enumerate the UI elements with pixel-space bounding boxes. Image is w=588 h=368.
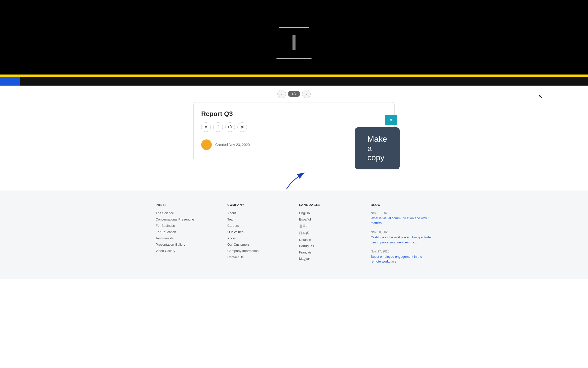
- footer-link-the-science[interactable]: The Science: [156, 211, 217, 215]
- footer-link-portugues[interactable]: Português: [299, 244, 361, 248]
- footer-link-deutsch[interactable]: Deutsch: [299, 238, 361, 242]
- blog-link-2[interactable]: Gratitude in the workplace: How gratitud…: [371, 235, 431, 244]
- footer-languages-title: LANGUAGES: [299, 203, 361, 207]
- footer-grid: PREZI The Science Conversational Present…: [156, 203, 432, 269]
- footer-link-team[interactable]: Team: [227, 217, 289, 221]
- footer-col-company: COMPANY About Team Careers Our Values Pr…: [227, 203, 289, 269]
- footer: PREZI The Science Conversational Present…: [0, 191, 588, 279]
- like-button[interactable]: ♥: [201, 122, 211, 132]
- footer-blog-title: BLOG: [371, 203, 432, 207]
- footer-col-languages: LANGUAGES English Español 한국어 日本語 Deutsc…: [299, 203, 361, 269]
- blog-link-1[interactable]: What is visual communication and why it …: [371, 216, 429, 225]
- footer-col-blog: BLOG Nov. 21, 2020 What is visual commun…: [371, 203, 432, 269]
- dark-bottom-bar: [0, 77, 588, 86]
- blog-entry-2: Nov. 20, 2020 Gratitude in the workplace…: [371, 230, 432, 244]
- footer-link-conversational[interactable]: Conversational Presenting: [156, 217, 217, 221]
- share-button[interactable]: ⤴: [213, 122, 223, 132]
- footer-link-japanese[interactable]: 日本語: [299, 231, 361, 235]
- make-copy-overlay: Make a copy: [355, 127, 400, 169]
- blog-entry-3: Nov. 17, 2020 Boost employee engagement …: [371, 250, 432, 264]
- next-slide-button[interactable]: ›: [302, 90, 311, 98]
- prev-slide-button[interactable]: ‹: [277, 90, 286, 98]
- make-copy-label: Make a copy: [367, 134, 387, 162]
- blog-date-2: Nov. 20, 2020: [371, 230, 432, 234]
- footer-link-testimonials[interactable]: Testimonials: [156, 236, 217, 240]
- footer-link-korean[interactable]: 한국어: [299, 224, 361, 228]
- blue-progress-bar: [0, 77, 20, 86]
- presentation-viewer: [0, 0, 588, 86]
- footer-link-francais[interactable]: Français: [299, 250, 361, 254]
- slide-line-2: [276, 58, 312, 59]
- footer-link-for-business[interactable]: For Business: [156, 224, 217, 228]
- footer-link-careers[interactable]: Careers: [227, 224, 289, 228]
- footer-company-title: COMPANY: [227, 203, 289, 207]
- footer-link-contact-us[interactable]: Contact Us: [227, 255, 289, 259]
- slide-counter: 1/7: [288, 91, 300, 97]
- flag-button[interactable]: ⚑: [237, 122, 247, 132]
- footer-link-our-values[interactable]: Our Values: [227, 230, 289, 234]
- footer-link-about[interactable]: About: [227, 211, 289, 215]
- arrow-svg: [269, 165, 319, 191]
- created-date: Created Nov 23, 2020: [215, 143, 250, 147]
- yellow-bar: [0, 75, 588, 77]
- footer-link-presentation-gallery[interactable]: Presentation Gallery: [156, 243, 217, 246]
- footer-link-video-gallery[interactable]: Video Gallery: [156, 249, 217, 253]
- footer-link-for-education[interactable]: For Education: [156, 230, 217, 234]
- blog-date-1: Nov. 21, 2020: [371, 211, 432, 215]
- footer-link-espanol[interactable]: Español: [299, 217, 361, 221]
- footer-col-prezi: PREZI The Science Conversational Present…: [156, 203, 217, 269]
- footer-prezi-title: PREZI: [156, 203, 217, 207]
- slide-navigation: ‹ 1/7 ›: [0, 86, 588, 102]
- slide-line-1: [279, 27, 309, 28]
- footer-link-company-information[interactable]: Company Information: [227, 249, 289, 253]
- footer-link-our-customers[interactable]: Our Customers: [227, 243, 289, 246]
- presentation-title: Report Q3: [201, 110, 387, 118]
- embed-button[interactable]: </>: [225, 122, 235, 132]
- blog-link-3[interactable]: Boost employee engagement in the remote …: [371, 255, 422, 263]
- blog-entry-1: Nov. 21, 2020 What is visual communicati…: [371, 211, 432, 225]
- footer-link-english[interactable]: English: [299, 211, 361, 215]
- slide-content: [0, 0, 588, 86]
- blog-date-3: Nov. 17, 2020: [371, 250, 432, 253]
- slide-vertical-line: [292, 35, 296, 50]
- confirm-copy-button[interactable]: n: [385, 115, 397, 125]
- avatar: [201, 139, 212, 150]
- footer-link-magyar[interactable]: Magyar: [299, 257, 361, 261]
- footer-link-press[interactable]: Press: [227, 236, 289, 240]
- arrow-annotation: [0, 165, 588, 191]
